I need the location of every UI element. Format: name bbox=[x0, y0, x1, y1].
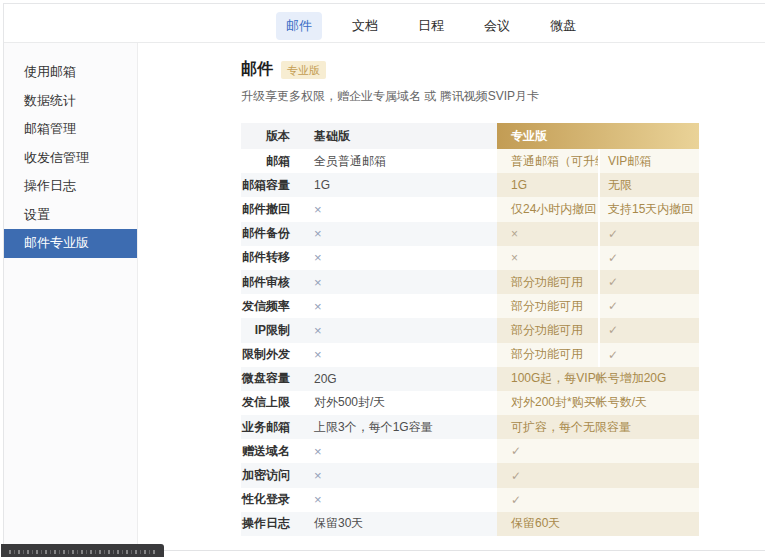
table-row: 赠送域名×✓ bbox=[241, 439, 699, 463]
clipped-status-text bbox=[9, 550, 156, 554]
sidebar-item[interactable]: 设置 bbox=[4, 201, 137, 230]
nav-tab[interactable]: 会议 bbox=[474, 12, 520, 40]
table-row: 邮件转移××✓ bbox=[241, 246, 699, 270]
pro-vip-value-cell: 支持15天内撤回 bbox=[598, 197, 699, 221]
pro-vip-value-cell: ✓ bbox=[598, 246, 699, 270]
upgrade-subtitle: 升级享更多权限，赠企业专属域名 或 腾讯视频SVIP月卡 bbox=[241, 88, 539, 105]
pro-vip-value-cell: VIP邮箱 bbox=[598, 149, 699, 173]
pro-standard-value-cell: × bbox=[497, 246, 598, 270]
table-row: 邮箱容量1G1G无限 bbox=[241, 173, 699, 197]
pro-standard-value-cell: 1G bbox=[497, 173, 598, 197]
header-version-cell: 版本 bbox=[241, 123, 303, 149]
table-row: 操作日志保留30天保留60天 bbox=[241, 512, 699, 536]
table-row: 邮件撤回×仅24小时内撤回支持15天内撤回 bbox=[241, 197, 699, 221]
pro-span-value-cell: ✓ bbox=[497, 488, 699, 512]
table-row: 发信频率×部分功能可用✓ bbox=[241, 294, 699, 318]
table-row: 发信上限对外500封/天对外200封*购买帐号数/天 bbox=[241, 391, 699, 415]
pro-span-value-cell: ✓ bbox=[497, 463, 699, 487]
pro-vip-value-cell: ✓ bbox=[598, 270, 699, 294]
sidebar-item[interactable]: 收发信管理 bbox=[4, 144, 137, 173]
sidebar-item[interactable]: 操作日志 bbox=[4, 172, 137, 201]
pro-vip-value-cell: ✓ bbox=[598, 294, 699, 318]
basic-value-cell: 全员普通邮箱 bbox=[303, 149, 497, 173]
pro-span-value-cell: 可扩容，每个无限容量 bbox=[497, 415, 699, 439]
basic-value-cell: 20G bbox=[303, 367, 497, 391]
feature-label-cell: 业务邮箱 bbox=[241, 415, 303, 439]
feature-label-cell: 发信上限 bbox=[241, 391, 303, 415]
basic-value-cell: 1G bbox=[303, 173, 497, 197]
basic-value-cell: 保留30天 bbox=[303, 512, 497, 536]
feature-label-cell: 加密访问 bbox=[241, 463, 303, 487]
basic-value-cell: × bbox=[303, 318, 497, 342]
pro-standard-value-cell: 仅24小时内撤回 bbox=[497, 197, 598, 221]
basic-value-cell: × bbox=[303, 222, 497, 246]
feature-label-cell: 发信频率 bbox=[241, 294, 303, 318]
pro-span-value-cell: 对外200封*购买帐号数/天 bbox=[497, 391, 699, 415]
sidebar-item[interactable]: 邮件专业版 bbox=[4, 229, 137, 258]
basic-value-cell: × bbox=[303, 488, 497, 512]
table-row: 邮件审核×部分功能可用✓ bbox=[241, 270, 699, 294]
basic-value-cell: 对外500封/天 bbox=[303, 391, 497, 415]
nav-tab[interactable]: 邮件 bbox=[276, 12, 322, 40]
basic-value-cell: × bbox=[303, 294, 497, 318]
pro-vip-value-cell: ✓ bbox=[598, 318, 699, 342]
header-basic-cell: 基础版 bbox=[303, 123, 497, 149]
basic-value-cell: × bbox=[303, 197, 497, 221]
pro-standard-value-cell: 普通邮箱（可升级） bbox=[497, 149, 598, 173]
table-row: 加密访问×✓ bbox=[241, 463, 699, 487]
feature-label-cell: IP限制 bbox=[241, 318, 303, 342]
page-title: 邮件 专业版 bbox=[241, 59, 326, 80]
table-row: 业务邮箱上限3个，每个1G容量可扩容，每个无限容量 bbox=[241, 415, 699, 439]
pro-vip-value-cell: 无限 bbox=[598, 173, 699, 197]
table-row: IP限制×部分功能可用✓ bbox=[241, 318, 699, 342]
pro-span-value-cell: ✓ bbox=[497, 439, 699, 463]
feature-label-cell: 邮件转移 bbox=[241, 246, 303, 270]
feature-label-cell: 赠送域名 bbox=[241, 439, 303, 463]
feature-label-cell: 限制外发 bbox=[241, 343, 303, 367]
nav-tab[interactable]: 微盘 bbox=[540, 12, 586, 40]
pro-standard-value-cell: 部分功能可用 bbox=[497, 270, 598, 294]
table-row: 个性化登录×✓ bbox=[241, 488, 699, 512]
pro-version-badge: 专业版 bbox=[281, 61, 326, 79]
table-header-row: 版本基础版专业版 bbox=[241, 123, 699, 149]
feature-label-cell: 邮箱 bbox=[241, 149, 303, 173]
feature-label-cell: 邮件备份 bbox=[241, 222, 303, 246]
feature-label-cell: 邮件撤回 bbox=[241, 197, 303, 221]
browser-status-tooltip bbox=[1, 544, 164, 557]
feature-label-cell: 微盘容量 bbox=[241, 367, 303, 391]
basic-value-cell: × bbox=[303, 463, 497, 487]
table-row: 邮件备份××✓ bbox=[241, 222, 699, 246]
sidebar-item[interactable]: 邮箱管理 bbox=[4, 115, 137, 144]
nav-tab[interactable]: 日程 bbox=[408, 12, 454, 40]
basic-value-cell: × bbox=[303, 270, 497, 294]
header-pro-cell: 专业版 bbox=[497, 123, 699, 149]
basic-value-cell: × bbox=[303, 439, 497, 463]
basic-value-cell: × bbox=[303, 246, 497, 270]
table-row: 限制外发×部分功能可用✓ bbox=[241, 343, 699, 367]
sidebar-item[interactable]: 使用邮箱 bbox=[4, 58, 137, 87]
sidebar: 使用邮箱数据统计邮箱管理收发信管理操作日志设置邮件专业版 bbox=[4, 43, 138, 550]
app-window: 邮件文档日程会议微盘 使用邮箱数据统计邮箱管理收发信管理操作日志设置邮件专业版 … bbox=[3, 3, 765, 551]
feature-label-cell: 邮箱容量 bbox=[241, 173, 303, 197]
nav-tab[interactable]: 文档 bbox=[342, 12, 388, 40]
pro-standard-value-cell: 部分功能可用 bbox=[497, 294, 598, 318]
pro-span-value-cell: 保留60天 bbox=[497, 512, 699, 536]
pro-standard-value-cell: 部分功能可用 bbox=[497, 318, 598, 342]
basic-value-cell: 上限3个，每个1G容量 bbox=[303, 415, 497, 439]
basic-value-cell: × bbox=[303, 343, 497, 367]
table-row: 微盘容量20G100G起，每VIP帐号增加20G bbox=[241, 367, 699, 391]
feature-label-cell: 个性化登录 bbox=[241, 488, 303, 512]
sidebar-item[interactable]: 数据统计 bbox=[4, 87, 137, 116]
table-row: 邮箱全员普通邮箱普通邮箱（可升级）VIP邮箱 bbox=[241, 149, 699, 173]
nav-tabs: 邮件文档日程会议微盘 bbox=[276, 12, 586, 40]
feature-label-cell: 操作日志 bbox=[241, 512, 303, 536]
feature-label-cell: 邮件审核 bbox=[241, 270, 303, 294]
pro-span-value-cell: 100G起，每VIP帐号增加20G bbox=[497, 367, 699, 391]
comparison-table: 版本基础版专业版邮箱全员普通邮箱普通邮箱（可升级）VIP邮箱邮箱容量1G1G无限… bbox=[241, 123, 699, 536]
page-title-text: 邮件 bbox=[241, 59, 273, 80]
sidebar-items: 使用邮箱数据统计邮箱管理收发信管理操作日志设置邮件专业版 bbox=[4, 43, 137, 258]
top-navigation: 邮件文档日程会议微盘 bbox=[4, 4, 765, 43]
pro-standard-value-cell: × bbox=[497, 222, 598, 246]
pro-vip-value-cell: ✓ bbox=[598, 343, 699, 367]
pro-vip-value-cell: ✓ bbox=[598, 222, 699, 246]
